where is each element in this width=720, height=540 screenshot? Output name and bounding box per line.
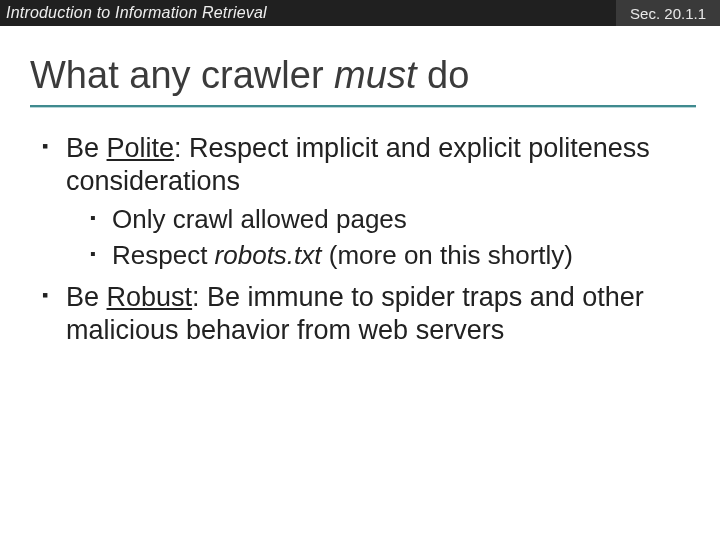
slide: Introduction to Information Retrieval Se… [0,0,720,540]
bullet-keyword: Robust [107,282,193,312]
title-pre: What any crawler [30,54,334,96]
title-underline [30,105,696,108]
sub-list: Only crawl allowed pages Respect robots.… [90,204,692,271]
sub-bullet: Respect robots.txt (more on this shortly… [90,240,692,272]
bullet-pre: Be [66,133,107,163]
course-title: Introduction to Information Retrieval [0,4,267,22]
sub-pre: Respect [112,240,215,270]
title-block: What any crawler must do [0,26,720,114]
sub-bullet: Only crawl allowed pages [90,204,692,236]
sub-emphasis: robots.txt [215,240,322,270]
sub-post: (more on this shortly) [322,240,573,270]
title-post: do [416,54,469,96]
top-bar: Introduction to Information Retrieval Se… [0,0,720,26]
bullet-pre: Be [66,282,107,312]
bullet-robust: Be Robust: Be immune to spider traps and… [42,281,692,347]
title-emphasis: must [334,54,416,96]
slide-title: What any crawler must do [30,54,696,97]
bullet-polite: Be Polite: Respect implicit and explicit… [42,132,692,271]
bullet-list: Be Polite: Respect implicit and explicit… [42,132,692,347]
bullet-keyword: Polite [107,133,175,163]
slide-body: Be Polite: Respect implicit and explicit… [0,114,720,347]
section-label: Sec. 20.1.1 [616,0,720,26]
